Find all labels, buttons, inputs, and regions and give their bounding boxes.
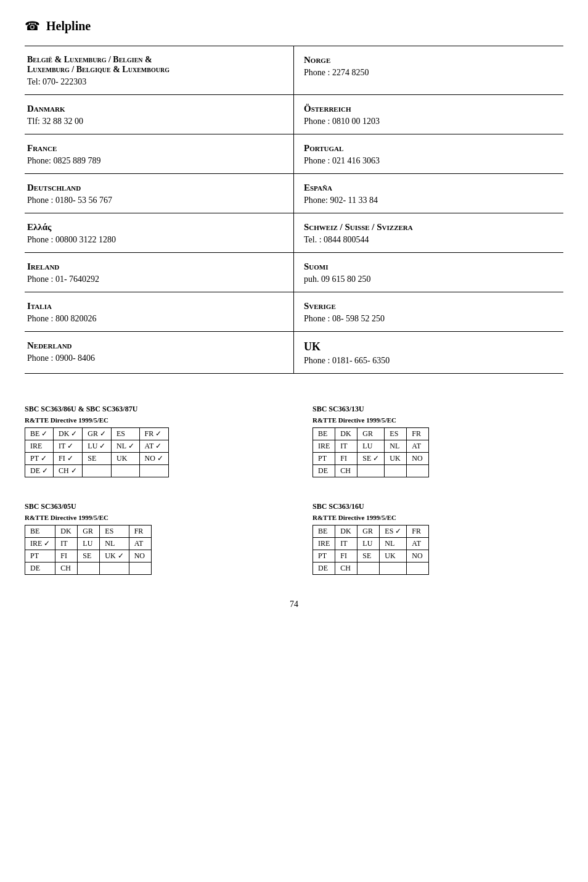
table-cell xyxy=(112,465,140,477)
table-row: IREITLUNLAT xyxy=(313,538,429,550)
compliance-section: SBC SC363/86U & SBC SC363/87UR&TTE Direc… xyxy=(25,405,563,581)
table-cell: BE xyxy=(25,525,55,538)
compliance-block: SBC SC363/86U & SBC SC363/87UR&TTE Direc… xyxy=(25,405,276,477)
country-name: Nederland xyxy=(27,340,287,351)
table-cell: DK xyxy=(335,428,357,440)
table-cell: SE xyxy=(83,453,112,465)
compliance-table: BEDKGRESFRIRE ✓ITLUNLATPTFISEUK ✓NODECH xyxy=(25,525,152,575)
table-cell: ES xyxy=(385,428,407,440)
phone-number: Tlf: 32 88 32 00 xyxy=(27,117,287,126)
helpline-row: DeutschlandPhone : 0180- 53 56 767España… xyxy=(25,174,563,213)
table-cell: ES xyxy=(112,428,140,440)
country-name: UK xyxy=(304,340,557,353)
phone-number: Phone : 0181- 665- 6350 xyxy=(304,356,557,366)
helpline-table: België & Luxemburg / Belgien &Luxemburg … xyxy=(25,46,563,374)
table-cell: CH xyxy=(335,465,357,477)
phone-number: Phone : 01- 7640292 xyxy=(27,274,287,284)
table-cell: AT xyxy=(407,538,429,550)
table-cell: PT xyxy=(313,453,335,465)
table-cell: UK xyxy=(385,453,407,465)
table-cell: UK ✓ xyxy=(100,550,129,563)
helpline-cell-left: België & Luxemburg / Belgien &Luxemburg … xyxy=(25,46,294,94)
table-row: DECH xyxy=(25,563,152,575)
table-cell: IT xyxy=(335,538,357,550)
table-cell: GR ✓ xyxy=(83,428,112,440)
table-cell: NL xyxy=(380,538,407,550)
table-row: BEDKGRES ✓FR xyxy=(313,525,429,538)
phone-number: Phone : 021 416 3063 xyxy=(304,156,557,166)
table-cell xyxy=(385,465,407,477)
table-row: BEDKGRESFR xyxy=(313,428,429,440)
compliance-title: SBC SC363/05U xyxy=(25,502,276,511)
helpline-row: NederlandPhone : 0900- 8406UKPhone : 018… xyxy=(25,332,563,374)
table-cell: AT xyxy=(407,440,429,453)
country-name: Suomi xyxy=(304,262,557,272)
phone-number: puh. 09 615 80 250 xyxy=(304,274,557,284)
table-cell: NO xyxy=(129,550,151,563)
table-cell: LU xyxy=(357,440,385,453)
table-cell: IT xyxy=(55,538,78,550)
phone-number: Phone : 08- 598 52 250 xyxy=(304,314,557,324)
country-name: Portugal xyxy=(304,143,557,154)
country-name: Schweiz / Suisse / Svizzera xyxy=(304,222,557,233)
helpline-cell-right: Schweiz / Suisse / SvizzeraTel. : 0844 8… xyxy=(294,213,563,252)
table-cell: DK xyxy=(335,525,357,538)
table-cell: ES xyxy=(100,525,129,538)
table-cell xyxy=(407,563,429,575)
compliance-title: SBC SC363/16U xyxy=(312,502,563,511)
country-name: Ελλάς xyxy=(27,222,287,233)
phone-icon: ☎ xyxy=(25,19,40,33)
table-cell: NO ✓ xyxy=(139,453,168,465)
table-cell: IRE xyxy=(25,440,54,453)
table-cell: FI ✓ xyxy=(54,453,83,465)
table-row: IREITLUNLAT xyxy=(313,440,429,453)
helpline-cell-right: NorgePhone : 2274 8250 xyxy=(294,46,563,94)
table-cell: IRE xyxy=(313,538,335,550)
table-cell: FR xyxy=(407,525,429,538)
helpline-cell-left: IrelandPhone : 01- 7640292 xyxy=(25,253,294,292)
table-cell xyxy=(129,563,151,575)
table-cell: IT xyxy=(335,440,357,453)
table-cell: SE ✓ xyxy=(357,453,385,465)
table-cell: PT ✓ xyxy=(25,453,54,465)
phone-number: Phone : 00800 3122 1280 xyxy=(27,235,287,245)
country-name: Danmark xyxy=(27,104,287,114)
phone-number: Phone: 0825 889 789 xyxy=(27,156,287,166)
country-name: Österreich xyxy=(304,104,557,114)
table-cell: NL ✓ xyxy=(112,440,140,453)
helpline-cell-right: ÖsterreichPhone : 0810 00 1203 xyxy=(294,95,563,134)
phone-number: Tel. : 0844 800544 xyxy=(304,235,557,245)
table-row: PTFISEUK ✓NO xyxy=(25,550,152,563)
table-cell: PT xyxy=(25,550,55,563)
helpline-row: België & Luxemburg / Belgien &Luxemburg … xyxy=(25,46,563,95)
table-row: IREIT ✓LU ✓NL ✓AT ✓ xyxy=(25,440,169,453)
table-cell: DE xyxy=(313,465,335,477)
table-cell: BE xyxy=(313,428,335,440)
helpline-row: ΕλλάςPhone : 00800 3122 1280Schweiz / Su… xyxy=(25,213,563,253)
helpline-cell-left: NederlandPhone : 0900- 8406 xyxy=(25,332,294,373)
phone-number: Phone : 0180- 53 56 767 xyxy=(27,196,287,205)
table-cell: FI xyxy=(335,550,357,563)
compliance-block: SBC SC363/13UR&TTE Directive 1999/5/ECBE… xyxy=(312,405,563,477)
table-cell: FI xyxy=(335,453,357,465)
helpline-cell-right: UKPhone : 0181- 665- 6350 xyxy=(294,332,563,373)
table-cell: FR xyxy=(129,525,151,538)
country-name: France xyxy=(27,143,287,154)
table-cell xyxy=(357,563,380,575)
table-cell: GR xyxy=(357,428,385,440)
table-cell: UK xyxy=(380,550,407,563)
table-cell: FR ✓ xyxy=(139,428,168,440)
table-cell: SE xyxy=(357,550,380,563)
helpline-cell-left: ItaliaPhone : 800 820026 xyxy=(25,292,294,331)
table-cell: DK xyxy=(55,525,78,538)
table-cell: UK xyxy=(112,453,140,465)
table-cell xyxy=(139,465,168,477)
table-cell: ES ✓ xyxy=(380,525,407,538)
table-cell: DE xyxy=(313,563,335,575)
table-row: BEDKGRESFR xyxy=(25,525,152,538)
table-cell: IRE ✓ xyxy=(25,538,55,550)
table-cell xyxy=(100,563,129,575)
table-cell: BE xyxy=(313,525,335,538)
country-name: Ireland xyxy=(27,262,287,272)
table-cell: IT ✓ xyxy=(54,440,83,453)
